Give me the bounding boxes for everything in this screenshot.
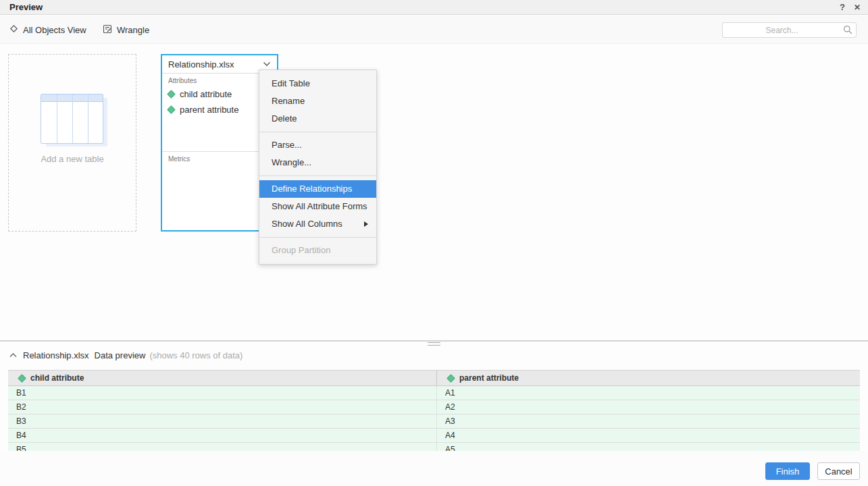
splitter-grip-icon [428, 342, 440, 346]
menu-item-show-all-attribute-forms[interactable]: Show All Attribute Forms [259, 198, 376, 215]
chevron-up-icon [9, 353, 17, 358]
attributes-list: child attribute parent attribute [168, 86, 271, 117]
help-icon[interactable]: ? [837, 0, 848, 15]
splitter-bar [0, 340, 868, 342]
table-row: B2 A2 [8, 400, 860, 414]
column-header-label: parent attribute [459, 373, 519, 383]
metrics-label: Metrics [168, 155, 271, 163]
wrangle-label: Wrangle [117, 25, 149, 35]
table-icon [41, 94, 107, 146]
column-header-child-attribute[interactable]: child attribute [8, 371, 436, 385]
data-preview-table: child attribute parent attribute B1 A1 B… [8, 370, 860, 451]
preview-table-header: child attribute parent attribute [8, 370, 860, 386]
preview-table-name: Relationship.xlsx [23, 350, 89, 360]
menu-item-edit-table[interactable]: Edit Table [259, 75, 376, 92]
wrangle-icon [103, 24, 112, 36]
finish-button[interactable]: Finish [765, 462, 810, 480]
attribute-name: child attribute [180, 89, 232, 99]
attribute-item-child[interactable]: child attribute [168, 86, 271, 102]
table-context-menu: Edit Table Rename Delete Parse... Wrangl… [259, 70, 377, 265]
table-cell: A1 [436, 386, 860, 400]
cancel-button[interactable]: Cancel [817, 462, 860, 480]
attribute-item-parent[interactable]: parent attribute [168, 102, 271, 117]
wrangle-button[interactable]: Wrangle [103, 16, 149, 44]
main-canvas: Add a new table Relationship.xlsx Attrib… [0, 44, 868, 341]
table-cell: A3 [436, 414, 860, 428]
menu-item-rename[interactable]: Rename [259, 92, 376, 110]
diamond-outline-icon [9, 24, 18, 35]
menu-item-wrangle[interactable]: Wrangle... [259, 154, 376, 171]
table-row: B5 A5 [8, 443, 860, 451]
splitter-handle[interactable] [0, 340, 868, 346]
menu-separator [259, 132, 376, 132]
table-row: B4 A4 [8, 429, 860, 443]
attribute-diamond-icon [167, 105, 176, 114]
menu-item-label: Show All Columns [272, 219, 342, 229]
menu-separator [259, 176, 376, 176]
menu-item-define-relationships[interactable]: Define Relationships [259, 180, 376, 198]
table-row: B3 A3 [8, 414, 860, 429]
attribute-diamond-icon [446, 374, 455, 383]
preview-rows-note: (shows 40 rows of data) [149, 350, 242, 360]
preview-window: Preview ? ✕ All Objects View Wrangle [0, 0, 868, 486]
attribute-diamond-icon [18, 374, 26, 383]
window-title: Preview [9, 0, 43, 15]
menu-item-delete[interactable]: Delete [259, 110, 376, 128]
all-objects-view-button[interactable]: All Objects View [9, 16, 86, 44]
column-header-label: child attribute [30, 373, 84, 383]
table-row: B1 A1 [8, 386, 860, 400]
attributes-label: Attributes [168, 77, 271, 84]
search-input[interactable] [722, 22, 857, 38]
table-cell: B3 [8, 414, 436, 428]
table-cell: B4 [8, 429, 436, 442]
menu-item-group-partition: Group Partition [259, 242, 376, 259]
chevron-down-icon [263, 61, 271, 67]
table-cell: A2 [436, 400, 860, 414]
attribute-diamond-icon [167, 90, 176, 99]
submenu-arrow-icon [364, 221, 368, 227]
toolbar: All Objects View Wrangle [0, 16, 868, 44]
search-box [722, 22, 857, 38]
menu-separator [259, 237, 376, 238]
all-objects-view-label: All Objects View [23, 25, 86, 35]
table-cell: B1 [8, 386, 436, 400]
titlebar: Preview ? ✕ [0, 0, 868, 15]
attribute-name: parent attribute [180, 105, 238, 115]
add-new-table-label: Add a new table [9, 154, 136, 164]
column-header-parent-attribute[interactable]: parent attribute [436, 371, 860, 385]
menu-item-parse[interactable]: Parse... [259, 136, 376, 154]
preview-section-label: Data preview [95, 350, 146, 360]
table-cell: B5 [8, 443, 436, 451]
footer: Finish Cancel [0, 451, 868, 486]
table-card-title: Relationship.xlsx [168, 59, 263, 70]
close-icon[interactable]: ✕ [852, 0, 863, 15]
menu-item-show-all-columns[interactable]: Show All Columns [259, 215, 376, 233]
table-cell: B2 [8, 400, 436, 414]
data-preview-header: Relationship.xlsx Data preview (shows 40… [0, 347, 868, 363]
table-cell: A4 [436, 429, 860, 442]
search-icon [843, 25, 852, 34]
table-cell: A5 [436, 443, 860, 451]
collapse-preview-button[interactable] [9, 353, 17, 358]
add-new-table-dropzone[interactable]: Add a new table [8, 54, 136, 232]
